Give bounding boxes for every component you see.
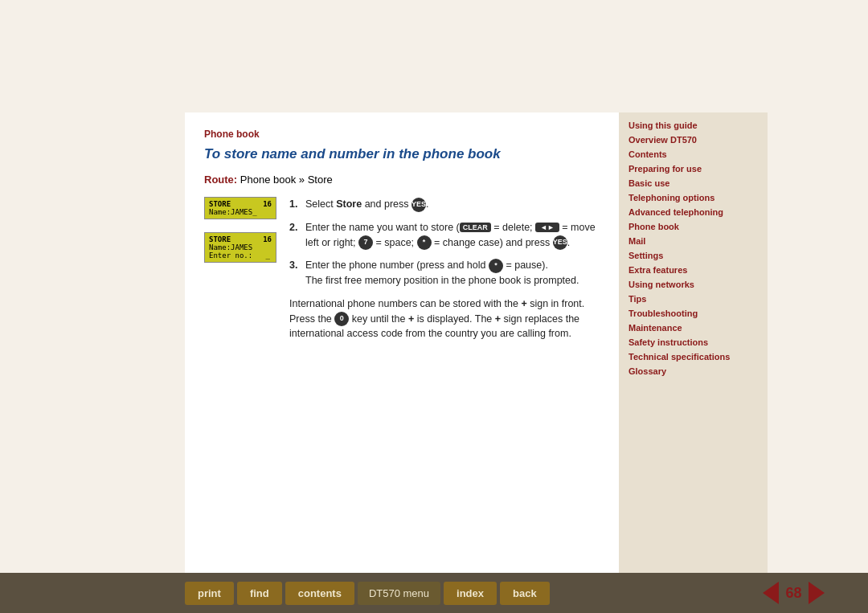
content-panel: Phone book To store name and number in t… — [185, 112, 619, 573]
sidebar-item-using-this-guide[interactable]: Using this guide — [628, 121, 758, 130]
extra-note: International phone numbers can be store… — [289, 296, 600, 341]
sidebar-item-telephoning[interactable]: Telephoning options — [628, 193, 758, 202]
main-area: Phone book To store name and number in t… — [0, 112, 868, 573]
phone-screen-2: STORE 16 Name:JAMESEnter no.: _ — [204, 232, 276, 263]
sidebar-item-contents[interactable]: Contents — [628, 149, 758, 159]
next-page-arrow[interactable] — [809, 582, 825, 604]
sidebar-item-advanced[interactable]: Advanced telephoning — [628, 207, 758, 217]
print-button[interactable]: print — [185, 582, 234, 605]
find-button[interactable]: find — [237, 582, 282, 605]
instructions: Select Store and press YES. Enter the na… — [289, 197, 600, 341]
clear-key: CLEAR — [460, 223, 491, 232]
sidebar-item-settings[interactable]: Settings — [628, 251, 758, 260]
prev-page-arrow[interactable] — [763, 582, 779, 604]
step-1: Select Store and press YES. — [289, 197, 600, 212]
sidebar-item-preparing[interactable]: Preparing for use — [628, 164, 758, 174]
page-number-area: 68 — [719, 582, 868, 604]
sidebar-item-safety[interactable]: Safety instructions — [628, 337, 758, 347]
hash-key: * — [489, 259, 503, 273]
top-spacer — [0, 0, 868, 112]
page-label: Phone book — [204, 129, 600, 140]
sidebar-item-phone-book[interactable]: Phone book — [628, 222, 758, 231]
sidebar-item-basic-use[interactable]: Basic use — [628, 178, 758, 188]
sidebar-item-tips[interactable]: Tips — [628, 294, 758, 304]
sidebar-item-using-networks[interactable]: Using networks — [628, 280, 758, 289]
route-text: Phone book » Store — [240, 174, 333, 186]
zero-key: 0 — [334, 312, 349, 326]
route-line: Route: Phone book » Store — [204, 174, 600, 186]
phone-screen-1: STORE 16 Name:JAMES_ — [204, 197, 276, 219]
content-body: STORE 16 Name:JAMES_ STORE 16 Name:JAMES… — [204, 197, 600, 341]
yes-key-2: YES — [553, 235, 567, 250]
seven-key: 7 — [358, 235, 373, 250]
phone-screens: STORE 16 Name:JAMES_ STORE 16 Name:JAMES… — [204, 197, 276, 341]
contents-button[interactable]: contents — [285, 582, 354, 605]
back-button[interactable]: back — [500, 582, 550, 605]
sidebar-item-glossary[interactable]: Glossary — [628, 366, 758, 376]
sidebar-item-maintenance[interactable]: Maintenance — [628, 323, 758, 333]
page-number: 68 — [785, 585, 801, 602]
sidebar-item-extra-features[interactable]: Extra features — [628, 265, 758, 275]
bottom-bar: print find contents DT570 menu index bac… — [0, 573, 868, 613]
star-key: * — [417, 235, 432, 250]
index-button[interactable]: index — [444, 582, 497, 605]
sidebar-item-technical[interactable]: Technical specifications — [628, 352, 758, 362]
page-title: To store name and number in the phone bo… — [204, 146, 600, 162]
nav-key: ◄► — [535, 223, 559, 232]
sidebar-item-troubleshooting[interactable]: Troubleshooting — [628, 309, 758, 318]
step-3: Enter the phone number (press and hold *… — [289, 258, 600, 288]
page-wrapper: Phone book To store name and number in t… — [0, 0, 868, 613]
step-list: Select Store and press YES. Enter the na… — [289, 197, 600, 288]
yes-key-1: YES — [411, 198, 426, 212]
sidebar-item-mail[interactable]: Mail — [628, 236, 758, 246]
dt570-menu-button[interactable]: DT570 menu — [358, 582, 440, 605]
step-2: Enter the name you want to store (CLEAR … — [289, 220, 600, 251]
sidebar: Using this guide Overview DT570 Contents… — [619, 112, 768, 573]
sidebar-item-overview[interactable]: Overview DT570 — [628, 135, 758, 145]
left-spacer — [0, 112, 185, 573]
